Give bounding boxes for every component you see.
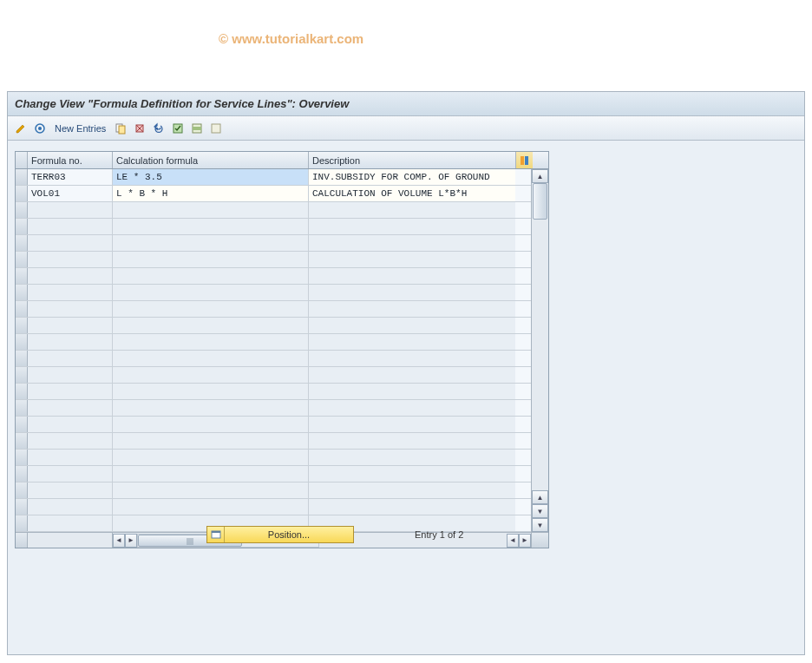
select-block-button[interactable]	[189, 121, 205, 136]
row-selector[interactable]	[16, 433, 28, 449]
row-selector[interactable]	[16, 450, 28, 465]
cell-empty[interactable]	[309, 499, 515, 515]
cell-empty[interactable]	[309, 351, 515, 366]
cell-empty[interactable]	[309, 202, 515, 218]
row-selector[interactable]	[16, 219, 28, 234]
row-selector-header[interactable]	[16, 152, 28, 168]
row-selector[interactable]	[16, 334, 28, 350]
cell-empty[interactable]	[309, 433, 515, 449]
cell-empty[interactable]	[28, 334, 113, 350]
position-button[interactable]: Position...	[206, 526, 354, 543]
cell-empty[interactable]	[28, 466, 113, 482]
cell-empty[interactable]	[28, 450, 113, 465]
undo-change-button[interactable]	[151, 121, 167, 136]
cell-formula-no[interactable]: TERR03	[28, 169, 113, 185]
row-selector[interactable]	[16, 186, 28, 201]
cell-empty[interactable]	[309, 417, 515, 432]
cell-empty[interactable]	[28, 433, 113, 449]
cell-empty[interactable]	[113, 351, 309, 366]
row-selector[interactable]	[16, 499, 28, 515]
cell-empty[interactable]	[113, 301, 309, 317]
cell-empty[interactable]	[28, 235, 113, 251]
row-selector[interactable]	[16, 482, 28, 498]
row-selector[interactable]	[16, 169, 28, 185]
cell-empty[interactable]	[28, 482, 113, 498]
cell-empty[interactable]	[28, 417, 113, 432]
cell-empty[interactable]	[113, 219, 309, 234]
cell-empty[interactable]	[309, 334, 515, 350]
column-header-calc-formula[interactable]: Calculation formula	[113, 152, 309, 168]
cell-calc-formula[interactable]: LE * 3.5	[113, 169, 309, 185]
scroll-track[interactable]	[532, 183, 548, 490]
cell-empty[interactable]	[28, 400, 113, 416]
cell-empty[interactable]	[28, 367, 113, 383]
row-selector[interactable]	[16, 202, 28, 218]
cell-empty[interactable]	[28, 351, 113, 366]
row-selector[interactable]	[16, 301, 28, 317]
cell-empty[interactable]	[309, 384, 515, 399]
cell-calc-formula[interactable]: L * B * H	[113, 186, 309, 201]
row-selector[interactable]	[16, 351, 28, 366]
cell-empty[interactable]	[28, 252, 113, 267]
scroll-page-down-button[interactable]: ▼	[532, 504, 548, 518]
row-selector[interactable]	[16, 367, 28, 383]
row-selector[interactable]	[16, 235, 28, 251]
cell-empty[interactable]	[28, 301, 113, 317]
cell-empty[interactable]	[113, 252, 309, 267]
cell-empty[interactable]	[309, 318, 515, 333]
cell-empty[interactable]	[28, 318, 113, 333]
cell-empty[interactable]	[113, 334, 309, 350]
cell-empty[interactable]	[28, 202, 113, 218]
cell-empty[interactable]	[309, 268, 515, 284]
cell-empty[interactable]	[113, 400, 309, 416]
cell-formula-no[interactable]: VOL01	[28, 186, 113, 201]
cell-empty[interactable]	[113, 367, 309, 383]
row-selector[interactable]	[16, 268, 28, 284]
cell-empty[interactable]	[113, 235, 309, 251]
deselect-all-button[interactable]	[208, 121, 224, 136]
cell-empty[interactable]	[309, 482, 515, 498]
cell-empty[interactable]	[113, 466, 309, 482]
row-selector[interactable]	[16, 384, 28, 399]
cell-description[interactable]: CALCULATION OF VOLUME L*B*H	[309, 186, 515, 201]
scroll-page-up-button[interactable]: ▲	[532, 490, 548, 504]
cell-empty[interactable]	[28, 285, 113, 300]
cell-empty[interactable]	[309, 252, 515, 267]
row-selector[interactable]	[16, 252, 28, 267]
cell-empty[interactable]	[309, 285, 515, 300]
delete-button[interactable]	[132, 121, 147, 136]
cell-empty[interactable]	[113, 318, 309, 333]
cell-empty[interactable]	[309, 450, 515, 465]
cell-empty[interactable]	[309, 466, 515, 482]
cell-empty[interactable]	[113, 417, 309, 432]
toggle-display-change-button[interactable]	[13, 121, 29, 136]
cell-empty[interactable]	[309, 367, 515, 383]
cell-empty[interactable]	[28, 384, 113, 399]
row-selector[interactable]	[16, 318, 28, 333]
row-selector[interactable]	[16, 285, 28, 300]
cell-empty[interactable]	[28, 268, 113, 284]
cell-empty[interactable]	[113, 482, 309, 498]
cell-empty[interactable]	[113, 433, 309, 449]
other-view-button[interactable]	[32, 121, 48, 136]
cell-empty[interactable]	[113, 268, 309, 284]
scroll-up-button[interactable]: ▲	[532, 169, 548, 183]
cell-empty[interactable]	[113, 450, 309, 465]
table-settings-button[interactable]	[515, 152, 533, 168]
cell-empty[interactable]	[309, 301, 515, 317]
row-selector[interactable]	[16, 400, 28, 416]
cell-empty[interactable]	[113, 384, 309, 399]
cell-empty[interactable]	[113, 285, 309, 300]
cell-description[interactable]: INV.SUBSIDY FOR COMP. OF GROUND	[309, 169, 515, 185]
cell-empty[interactable]	[113, 202, 309, 218]
cell-empty[interactable]	[309, 235, 515, 251]
column-header-description[interactable]: Description	[309, 152, 515, 168]
new-entries-button[interactable]: New Entries	[51, 121, 109, 135]
cell-empty[interactable]	[113, 499, 309, 515]
scroll-thumb[interactable]	[533, 183, 547, 220]
vertical-scrollbar[interactable]: ▲ ▲ ▼ ▼	[531, 169, 548, 532]
cell-empty[interactable]	[309, 219, 515, 234]
row-selector[interactable]	[16, 417, 28, 432]
copy-as-button[interactable]	[113, 121, 128, 136]
select-all-button[interactable]	[170, 121, 186, 136]
